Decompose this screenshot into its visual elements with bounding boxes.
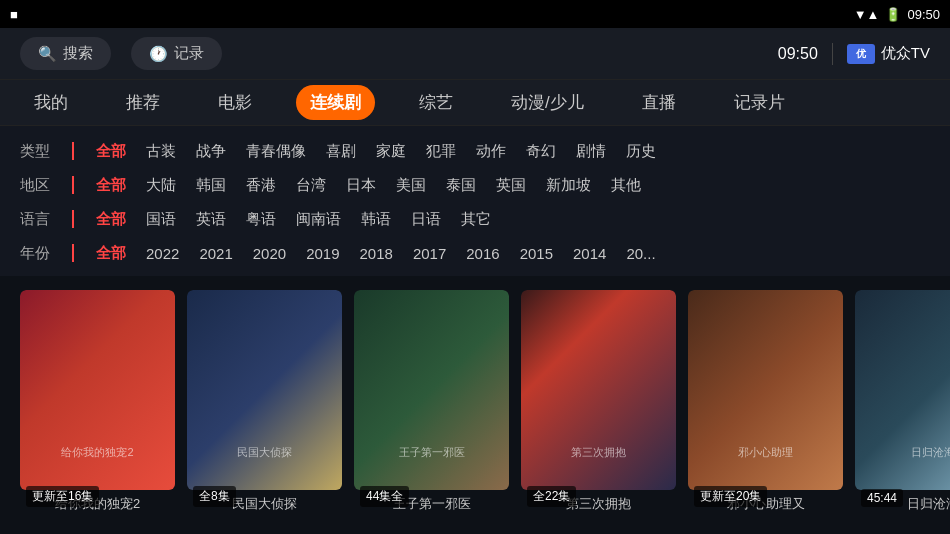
filter-region-5[interactable]: 日本 <box>336 174 386 197</box>
card-1-badge: 更新至16集 <box>26 486 99 507</box>
card-2-image: 民国大侦探 <box>187 290 342 490</box>
filter-region-all[interactable]: 全部 <box>86 174 136 197</box>
filter-region-row: 地区 全部 大陆 韩国 香港 台湾 日本 美国 泰国 英国 新加坡 其他 <box>20 168 930 202</box>
card-6-img-text: 日归沧海 <box>855 445 950 460</box>
filter-region-6[interactable]: 美国 <box>386 174 436 197</box>
brand-name: 优众TV <box>881 44 930 63</box>
filter-type-5[interactable]: 家庭 <box>366 140 416 163</box>
filter-sep-3 <box>72 210 74 228</box>
filter-year-2021[interactable]: 2021 <box>189 243 242 264</box>
card-3-img-text: 王子第一邪医 <box>354 445 509 460</box>
card-2-badge: 全8集 <box>193 486 236 507</box>
card-2-img-text: 民国大侦探 <box>187 445 342 460</box>
card-4-image: 第三次拥抱 <box>521 290 676 490</box>
tab-anime[interactable]: 动漫/少儿 <box>497 85 598 120</box>
card-1-image: 给你我的独宠2 <box>20 290 175 490</box>
search-button[interactable]: 🔍 搜索 <box>20 37 111 70</box>
filter-year-2015[interactable]: 2015 <box>510 243 563 264</box>
card-3-badge: 44集全 <box>360 486 409 507</box>
history-label: 记录 <box>174 44 204 63</box>
filter-region-9[interactable]: 新加坡 <box>536 174 601 197</box>
filter-type-1[interactable]: 古装 <box>136 140 186 163</box>
tab-movie[interactable]: 电影 <box>204 85 266 120</box>
filter-lang-3[interactable]: 粤语 <box>236 208 286 231</box>
filter-type-10[interactable]: 历史 <box>616 140 666 163</box>
top-bar: 🔍 搜索 🕐 记录 09:50 优 优众TV <box>0 28 950 80</box>
tab-recommend[interactable]: 推荐 <box>112 85 174 120</box>
status-time: 09:50 <box>907 7 940 22</box>
filter-type-row: 类型 全部 古装 战争 青春偶像 喜剧 家庭 犯罪 动作 奇幻 剧情 历史 <box>20 134 930 168</box>
card-1[interactable]: 给你我的独宠2 更新至16集 给你我的独宠2 <box>20 290 175 513</box>
battery-icon: 🔋 <box>885 7 901 22</box>
filter-year-2018[interactable]: 2018 <box>350 243 403 264</box>
card-4-img-text: 第三次拥抱 <box>521 445 676 460</box>
filter-lang-2[interactable]: 英语 <box>186 208 236 231</box>
filter-year-2014[interactable]: 2014 <box>563 243 616 264</box>
signal-icon: ▼▲ <box>854 7 880 22</box>
divider <box>832 43 833 65</box>
filter-year-2017[interactable]: 2017 <box>403 243 456 264</box>
filter-year-2019[interactable]: 2019 <box>296 243 349 264</box>
top-bar-time: 09:50 <box>778 45 818 63</box>
filter-lang-row: 语言 全部 国语 英语 粤语 闽南语 韩语 日语 其它 <box>20 202 930 236</box>
filter-year-2020[interactable]: 2020 <box>243 243 296 264</box>
filter-type-7[interactable]: 动作 <box>466 140 516 163</box>
filter-lang-label: 语言 <box>20 210 60 229</box>
filter-year-2022[interactable]: 2022 <box>136 243 189 264</box>
tab-series[interactable]: 连续剧 <box>296 85 375 120</box>
filter-region-8[interactable]: 英国 <box>486 174 536 197</box>
history-button[interactable]: 🕐 记录 <box>131 37 222 70</box>
app-icon: ■ <box>10 7 18 22</box>
filter-sep <box>72 142 74 160</box>
filter-lang-1[interactable]: 国语 <box>136 208 186 231</box>
filter-type-label: 类型 <box>20 142 60 161</box>
search-label: 搜索 <box>63 44 93 63</box>
filter-lang-5[interactable]: 韩语 <box>351 208 401 231</box>
filter-sep-2 <box>72 176 74 194</box>
clock-icon: 🕐 <box>149 45 168 63</box>
top-right: 09:50 优 优众TV <box>778 43 930 65</box>
status-bar: ■ ▼▲ 🔋 09:50 <box>0 0 950 28</box>
filter-lang-7[interactable]: 其它 <box>451 208 501 231</box>
filter-region-2[interactable]: 韩国 <box>186 174 236 197</box>
brand-icon: 优 <box>847 44 875 64</box>
card-3[interactable]: 王子第一邪医 44集全 王子第一邪医 <box>354 290 509 513</box>
card-1-img-text: 给你我的独宠2 <box>20 445 175 460</box>
filter-region-7[interactable]: 泰国 <box>436 174 486 197</box>
card-6-badge: 45:44 <box>861 489 903 507</box>
card-5[interactable]: 邪小心助理 更新至20集 邪小心助理又 <box>688 290 843 513</box>
filter-type-4[interactable]: 喜剧 <box>316 140 366 163</box>
filter-type-8[interactable]: 奇幻 <box>516 140 566 163</box>
status-right: ▼▲ 🔋 09:50 <box>854 7 940 22</box>
card-5-img-text: 邪小心助理 <box>688 445 843 460</box>
filter-type-6[interactable]: 犯罪 <box>416 140 466 163</box>
filter-type-3[interactable]: 青春偶像 <box>236 140 316 163</box>
filter-type-9[interactable]: 剧情 <box>566 140 616 163</box>
card-4[interactable]: 第三次拥抱 全22集 第三次拥抱 <box>521 290 676 513</box>
tab-my[interactable]: 我的 <box>20 85 82 120</box>
card-5-badge: 更新至20集 <box>694 486 767 507</box>
filters: 类型 全部 古装 战争 青春偶像 喜剧 家庭 犯罪 动作 奇幻 剧情 历史 地区… <box>0 126 950 276</box>
filter-year-2016[interactable]: 2016 <box>456 243 509 264</box>
filter-type-2[interactable]: 战争 <box>186 140 236 163</box>
filter-lang-6[interactable]: 日语 <box>401 208 451 231</box>
tab-live[interactable]: 直播 <box>628 85 690 120</box>
card-4-badge: 全22集 <box>527 486 576 507</box>
filter-region-3[interactable]: 香港 <box>236 174 286 197</box>
filter-region-4[interactable]: 台湾 <box>286 174 336 197</box>
filter-region-10[interactable]: 其他 <box>601 174 651 197</box>
filter-lang-all[interactable]: 全部 <box>86 208 136 231</box>
filter-year-more[interactable]: 20... <box>616 243 665 264</box>
filter-year-all[interactable]: 全部 <box>86 242 136 265</box>
card-6[interactable]: 日归沧海 45:44 日归沧海 <box>855 290 950 513</box>
filter-lang-4[interactable]: 闽南语 <box>286 208 351 231</box>
filter-type-all[interactable]: 全部 <box>86 140 136 163</box>
card-2[interactable]: 民国大侦探 全8集 民国大侦探 <box>187 290 342 513</box>
tab-variety[interactable]: 综艺 <box>405 85 467 120</box>
tab-documentary[interactable]: 记录片 <box>720 85 799 120</box>
filter-region-1[interactable]: 大陆 <box>136 174 186 197</box>
card-3-image: 王子第一邪医 <box>354 290 509 490</box>
filter-year-row: 年份 全部 2022 2021 2020 2019 2018 2017 2016… <box>20 236 930 270</box>
status-left: ■ <box>10 7 18 22</box>
nav-tabs: 我的 推荐 电影 连续剧 综艺 动漫/少儿 直播 记录片 <box>0 80 950 126</box>
